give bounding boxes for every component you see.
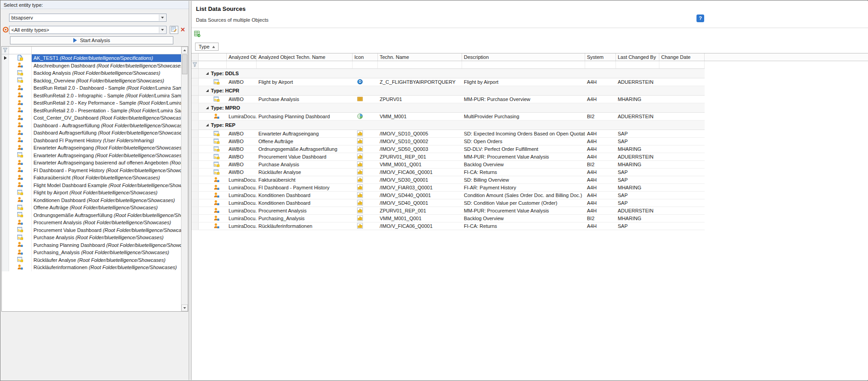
filter-cell[interactable]: [616, 61, 659, 68]
cell-system: A4H: [585, 207, 616, 214]
entity-list-item[interactable]: Purchasing_Analysis (Root Folder/bluetel…: [2, 249, 181, 256]
entity-list-item[interactable]: AK_TEST1 (Root Folder/bluetelligence/Spe…: [2, 54, 181, 62]
entity-list-item[interactable]: BestRunRetail 2.0 - Key Peformance - Sam…: [2, 99, 181, 107]
filter-cell[interactable]: [659, 61, 705, 68]
column-header-change-date[interactable]: Change Date: [659, 53, 705, 61]
query-icon: [357, 130, 363, 137]
entity-list-item[interactable]: Offene Aufträge (Root Folder/bluetellige…: [2, 204, 181, 212]
entity-list-item[interactable]: Ordnungsgemäße Auftragserfüllung (Root F…: [2, 212, 181, 219]
filter-cell[interactable]: [227, 61, 257, 68]
group-indent: [199, 215, 206, 222]
table-row[interactable]: LumiraDocu...Purchasing_AnalysisVMM_M001…: [191, 215, 705, 222]
entity-list-item[interactable]: Backlog Analysis (Root Folder/bluetellig…: [2, 69, 181, 77]
row-indicator-cell: [2, 256, 9, 264]
cell-system: A4H: [585, 145, 616, 153]
entity-list-item[interactable]: Flight by Airport (Root Folder/bluetelli…: [2, 189, 181, 197]
entity-list-item[interactable]: Dashboard FI Payment History (User Folde…: [2, 137, 181, 145]
entity-list-item[interactable]: Dashboard Auftragserfüllung (Root Folder…: [2, 129, 181, 137]
entity-list-item[interactable]: Purchase Analysis (Root Folder/bluetelli…: [2, 234, 181, 241]
entity-list-item[interactable]: Dashboard - Auftragserfüllung (Root Fold…: [2, 122, 181, 130]
group-row[interactable]: Type: REP: [191, 121, 705, 130]
table-row[interactable]: AWBOPurchase AnalysisVMM_M001_Q001Backlo…: [191, 161, 705, 169]
entity-list-item[interactable]: Fakturaübersicht (Root Folder/bluetellig…: [2, 174, 181, 182]
entity-list-item[interactable]: Purchasing Planning Dashboard (Root Fold…: [2, 241, 181, 249]
table-row[interactable]: AWBOProcurement Value DashboardZPURV01_R…: [191, 153, 705, 161]
entity-list-item[interactable]: Rückläufer Analyse (Root Folder/bluetell…: [2, 256, 181, 264]
table-row[interactable]: LumiraDocu...Purchasing Planning Dashboa…: [191, 113, 705, 121]
entity-list-item[interactable]: Erwarteter Auftragseingang (Root Folder/…: [2, 144, 181, 152]
analysis-workbook-icon: [214, 79, 219, 86]
column-header-last-changed-by[interactable]: Last Changed By: [616, 53, 659, 61]
table-row[interactable]: AWBOFlight by AirportDZ_C_FLIGHTBYAIRPOR…: [191, 78, 705, 86]
entity-list-item[interactable]: Procurement Value Dashboard (Root Folder…: [2, 227, 181, 234]
lumira-document-icon: [17, 137, 23, 144]
system-combo[interactable]: btsapserv: [9, 14, 167, 22]
table-row[interactable]: LumiraDocu...Fakturaübersicht/IMO/V_SD30…: [191, 176, 705, 184]
column-header-description[interactable]: Description: [462, 53, 585, 61]
grid-header-row: Analyzed Ob...Analyzed Object Techn. Nam…: [191, 53, 868, 61]
vertical-scrollbar[interactable]: [181, 47, 188, 311]
group-indent: [199, 176, 206, 183]
entity-list-item[interactable]: Erwarteter Auftragseingang (Root Folder/…: [2, 152, 181, 159]
table-row[interactable]: AWBORückläufer Analyse/IMO/V_FICA06_Q000…: [191, 169, 705, 176]
column-header-analyzed-object-techn-name[interactable]: Analyzed Object Techn. Name: [257, 53, 353, 61]
object-icon-cell: [9, 219, 32, 227]
table-row[interactable]: LumiraDocu...FI Dashboard - Payment Hist…: [191, 184, 705, 192]
filter-cell[interactable]: [462, 61, 585, 68]
group-row[interactable]: Type: DDLS: [191, 69, 705, 78]
table-row[interactable]: AWBOOrdnungsgemäße Auftragserfüllung/IMO…: [191, 145, 705, 153]
chevron-down-icon[interactable]: [159, 27, 166, 33]
filter-cell[interactable]: [585, 61, 616, 68]
group-row[interactable]: Type: HCPR: [191, 86, 705, 96]
entity-list-item[interactable]: Flight Model Dashboard Example (Root Fol…: [2, 182, 181, 189]
filter-cell[interactable]: [353, 61, 378, 68]
help-button[interactable]: ?: [696, 14, 704, 22]
filter-cell[interactable]: [257, 61, 353, 68]
table-row[interactable]: AWBOOffene Aufträge/IMO/V_SD10_Q0002SD: …: [191, 138, 705, 145]
cell-last-changed-by: SAP: [616, 138, 659, 145]
column-header-icon[interactable]: Icon: [353, 53, 378, 61]
column-header-blank[interactable]: [199, 53, 227, 61]
column-header-analyzed-ob[interactable]: Analyzed Ob...: [227, 53, 257, 61]
group-row[interactable]: Type: MPRO: [191, 103, 705, 113]
cell-type-icon: [353, 192, 378, 199]
cell-analyzed-object-techn-name: Konditionen Dashboard: [257, 192, 353, 199]
edit-entity-types-button[interactable]: [170, 26, 178, 34]
entity-list-item[interactable]: Cost_Center_OV_Dashboard (Root Folder/bl…: [2, 114, 181, 122]
table-row[interactable]: AWBOPurchase AnalysisZPURV01MM-PUR: Purc…: [191, 96, 705, 103]
clear-entity-types-button[interactable]: ✕: [179, 26, 186, 34]
entity-list-item[interactable]: Konditionen Dashboard (Root Folder/bluet…: [2, 197, 181, 204]
table-row[interactable]: AWBOErwarteter Auftragseingang/IMO/V_SD1…: [191, 130, 705, 138]
multiprovider-icon: [357, 113, 363, 120]
entity-list-item[interactable]: FI Dashboard - Payment History (Root Fol…: [2, 167, 181, 174]
table-row[interactable]: LumiraDocu...Rückläuferinformationen/IMO…: [191, 222, 705, 230]
entity-path: (Root Folder/bluetelligence/Showcases): [95, 153, 181, 158]
start-analysis-button[interactable]: Start Analysis: [10, 36, 173, 44]
entity-list-item[interactable]: Rückläuferinformationen (Root Folder/blu…: [2, 264, 181, 271]
filter-cell[interactable]: [32, 47, 181, 54]
scroll-thumb[interactable]: [182, 54, 187, 74]
export-excel-icon[interactable]: [194, 31, 201, 38]
group-by-type-chip[interactable]: Type: [195, 43, 219, 51]
entity-type-combo[interactable]: <All entity types>: [9, 26, 167, 34]
scroll-up-button[interactable]: [181, 47, 188, 53]
filter-cell[interactable]: [9, 47, 32, 54]
table-row[interactable]: LumiraDocu...Konditionen Dashboard/IMO/V…: [191, 192, 705, 199]
lumira-document-icon: [214, 215, 219, 222]
entity-list-item[interactable]: Backlog_Overview (Root Folder/bluetellig…: [2, 77, 181, 85]
column-header-system[interactable]: System: [585, 53, 616, 61]
entity-list-item[interactable]: Procurement Analysis (Root Folder/bluete…: [2, 219, 181, 227]
table-row[interactable]: LumiraDocu...Konditionen Dashboard/IMO/V…: [191, 199, 705, 207]
scroll-down-button[interactable]: [181, 304, 188, 311]
entity-list-item[interactable]: BestRun Retail 2.0 - Dashboard - Sample …: [2, 84, 181, 92]
column-header-techn-name[interactable]: Techn. Name: [378, 53, 462, 61]
entity-list-item[interactable]: Abschreibungen Dashboard (Root Folder/bl…: [2, 62, 181, 70]
filter-cell[interactable]: [378, 61, 462, 68]
system-combo-value: btsapserv: [11, 15, 33, 20]
entity-list-item[interactable]: BestRunRetail 2.0 - Presentation - Sampl…: [2, 107, 181, 115]
table-row[interactable]: LumiraDocu...Procurement AnalysisZPURV01…: [191, 207, 705, 215]
filter-cell[interactable]: [199, 61, 227, 68]
chevron-down-icon[interactable]: [159, 14, 166, 21]
entity-list-item[interactable]: BestRunRetail 2.0 - Infographic - Sample…: [2, 92, 181, 100]
entity-list-item[interactable]: Erwarteter Auftragseingang basierend auf…: [2, 159, 181, 167]
